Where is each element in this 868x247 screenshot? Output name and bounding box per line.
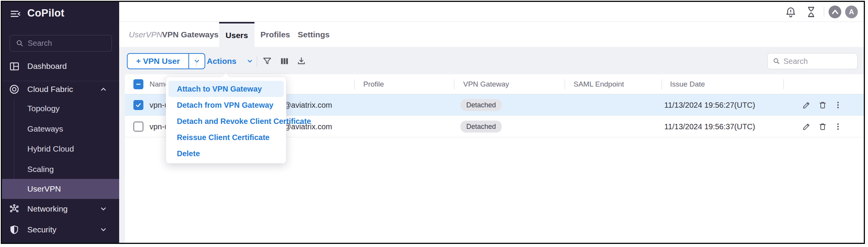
- edit-pencil-icon[interactable]: [802, 101, 811, 109]
- context-label-uservpn: UserVPN: [129, 22, 163, 47]
- pending-tasks-hourglass-icon[interactable]: [805, 6, 817, 18]
- sidebar-search[interactable]: [10, 35, 112, 52]
- sidebar-item-scaling[interactable]: Scaling: [2, 159, 119, 179]
- menu-item-delete[interactable]: Delete: [168, 145, 284, 162]
- search-icon: [773, 58, 780, 65]
- app-frame: CoPilot Dashboard: [1, 1, 865, 244]
- indeterminate-icon: [135, 81, 141, 87]
- dashboard-icon: [8, 60, 20, 72]
- columns-icon[interactable]: [280, 57, 289, 66]
- cell-issue-date: 11/13/2024 19:56:37(UTC): [664, 122, 755, 131]
- chevron-down-icon[interactable]: [100, 226, 107, 234]
- sidebar-collapse-icon[interactable]: [10, 8, 21, 19]
- vpn-gateway-status-badge: Detached: [461, 99, 502, 111]
- delete-trash-icon[interactable]: [818, 122, 827, 131]
- sidebar-header: CoPilot: [2, 6, 119, 21]
- menu-item-reissue-client-certificate[interactable]: Reissue Client Certificate: [168, 129, 284, 145]
- aviatrix-chevron-icon: [831, 9, 838, 15]
- table-search[interactable]: [767, 53, 858, 69]
- tab-vpn-gateways[interactable]: VPN Gateways: [167, 22, 213, 47]
- chevron-down-icon[interactable]: [100, 205, 107, 213]
- sidebar-item-topology[interactable]: Topology: [2, 98, 119, 118]
- search-icon: [16, 40, 23, 47]
- toolbar-divider: [257, 56, 257, 67]
- user-avatar[interactable]: A: [845, 5, 858, 18]
- column-separator: [565, 79, 565, 89]
- table-search-input[interactable]: [783, 57, 849, 66]
- check-icon: [135, 102, 141, 108]
- aviatrix-logo-avatar[interactable]: [829, 5, 841, 18]
- notifications-bell-icon[interactable]: [785, 6, 797, 18]
- tab-profiles[interactable]: Profiles: [260, 22, 291, 47]
- topbar-divider: [824, 7, 824, 17]
- add-vpn-user-button[interactable]: + VPN User: [128, 54, 189, 68]
- vpn-user-split-button: + VPN User: [127, 53, 205, 69]
- column-separator: [454, 79, 454, 89]
- column-separator: [783, 79, 784, 89]
- menu-item-detach-from-vpn-gateway[interactable]: Detach from VPN Gateway: [168, 97, 284, 113]
- security-shield-icon: [8, 224, 20, 235]
- toolbar-divider: [196, 56, 196, 67]
- column-header-saml-endpoint[interactable]: SAML Endpoint: [574, 80, 624, 88]
- chevron-down-icon: [246, 58, 253, 65]
- copilot-app: CoPilot Dashboard: [0, 0, 868, 247]
- sidebar-item-uservpn[interactable]: UserVPN: [2, 179, 119, 199]
- sidebar-item-dashboard[interactable]: Dashboard: [2, 56, 119, 76]
- kebab-menu-icon[interactable]: [834, 101, 842, 109]
- menu-item-attach-to-vpn-gateway[interactable]: Attach to VPN Gateway: [168, 81, 284, 97]
- vpn-gateway-status-badge: Detached: [461, 120, 502, 132]
- column-separator: [354, 79, 355, 89]
- sidebar-item-networking[interactable]: Networking: [2, 199, 119, 219]
- column-header-profile[interactable]: Profile: [363, 80, 384, 88]
- networking-icon: [8, 203, 20, 215]
- sidebar-item-security[interactable]: Security: [2, 220, 119, 240]
- sidebar-item-hybrid-cloud[interactable]: Hybrid Cloud: [2, 139, 119, 159]
- cell-issue-date: 11/13/2024 19:56:27(UTC): [664, 100, 755, 109]
- app-title: CoPilot: [27, 7, 65, 19]
- select-all-checkbox[interactable]: [133, 79, 143, 89]
- delete-trash-icon[interactable]: [818, 101, 827, 109]
- kebab-menu-icon[interactable]: [834, 122, 842, 131]
- cloud-fabric-icon: [8, 83, 20, 95]
- filter-icon[interactable]: [263, 57, 272, 66]
- chevron-up-icon[interactable]: [100, 85, 107, 93]
- cell-email: @aviatrix.com: [283, 100, 332, 109]
- column-header-vpn-gateway[interactable]: VPN Gateway: [463, 80, 509, 88]
- chevron-down-icon: [193, 58, 200, 65]
- topbar: A: [119, 2, 864, 22]
- tab-users[interactable]: Users: [219, 22, 254, 47]
- vpn-user-caret-button[interactable]: [189, 54, 205, 68]
- menu-item-detach-and-revoke-client-certificate[interactable]: Detach and Revoke Client Certificate: [168, 113, 284, 129]
- sidebar-item-gateways[interactable]: Gateways: [2, 119, 119, 139]
- row-checkbox-checked[interactable]: [133, 100, 143, 110]
- edit-pencil-icon[interactable]: [802, 122, 811, 131]
- row-checkbox-unchecked[interactable]: [133, 122, 143, 132]
- column-separator: [662, 79, 662, 89]
- sidebar-search-input[interactable]: [28, 39, 101, 48]
- download-icon[interactable]: [297, 57, 306, 66]
- tab-settings[interactable]: Settings: [298, 22, 329, 47]
- actions-dropdown-menu: Attach to VPN Gateway Detach from VPN Ga…: [166, 77, 286, 164]
- actions-button[interactable]: Actions: [207, 53, 253, 69]
- sidebar: CoPilot Dashboard: [2, 2, 119, 243]
- column-header-issue-date[interactable]: Issue Date: [670, 80, 705, 88]
- content-area: + VPN User Actions: [119, 47, 864, 243]
- tab-strip: UserVPN VPN Gateways Users Profiles Sett…: [119, 22, 864, 47]
- sidebar-item-cloud-fabric[interactable]: Cloud Fabric: [2, 79, 119, 99]
